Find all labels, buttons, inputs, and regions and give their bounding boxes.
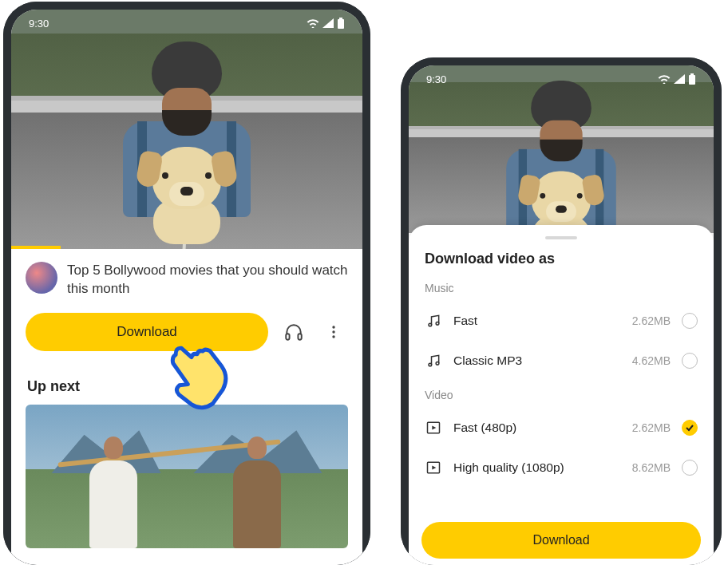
- svg-rect-0: [338, 19, 344, 29]
- svg-point-4: [332, 326, 334, 328]
- group-label-video: Video: [425, 389, 698, 401]
- radio-unchecked[interactable]: [682, 460, 698, 476]
- sheet-drag-handle[interactable]: [545, 236, 577, 239]
- signal-icon: [322, 18, 334, 28]
- status-icons: [307, 18, 345, 29]
- music-icon: [425, 352, 442, 369]
- video-meta-row: Top 5 Bollywood movies that you should w…: [11, 249, 362, 306]
- option-music-fast[interactable]: Fast 2.62MB: [425, 301, 698, 341]
- action-row: Download: [11, 306, 362, 354]
- svg-point-9: [429, 323, 432, 326]
- phone-download-sheet: 9:30 Download video as Music Fast 2.62MB: [401, 57, 722, 565]
- video-progress-bar[interactable]: [11, 246, 61, 249]
- music-icon: [425, 312, 442, 330]
- more-options-button[interactable]: [319, 318, 348, 346]
- svg-point-10: [436, 322, 439, 326]
- listen-button[interactable]: [279, 318, 308, 346]
- video-thumbnail: [11, 10, 362, 249]
- svg-rect-8: [690, 73, 694, 75]
- option-music-classic[interactable]: Classic MP3 4.62MB: [425, 341, 698, 381]
- svg-rect-1: [339, 18, 342, 19]
- status-bar: 9:30: [11, 10, 362, 37]
- radio-checked[interactable]: [682, 420, 698, 436]
- option-size: 2.62MB: [632, 314, 671, 327]
- battery-icon: [337, 18, 345, 29]
- radio-unchecked[interactable]: [682, 313, 698, 329]
- up-next-video[interactable]: [26, 405, 348, 548]
- svg-point-5: [332, 330, 334, 333]
- download-button[interactable]: Download: [26, 313, 268, 351]
- svg-point-11: [429, 363, 432, 366]
- video-title: Top 5 Bollywood movies that you should w…: [67, 262, 348, 298]
- svg-point-12: [436, 362, 439, 365]
- video-play-icon: [425, 459, 442, 476]
- channel-avatar[interactable]: [26, 262, 57, 294]
- status-time: 9:30: [29, 18, 49, 30]
- phone-download-screen: 9:30 Download video as Music Fast 2.62MB: [409, 65, 714, 565]
- status-icons: [658, 73, 696, 85]
- status-time: 9:30: [426, 73, 446, 85]
- option-video-hq[interactable]: High quality (1080p) 8.62MB: [425, 448, 698, 488]
- svg-rect-2: [286, 334, 289, 340]
- option-label: High quality (1080p): [453, 460, 621, 475]
- group-label-music: Music: [425, 282, 698, 294]
- option-size: 2.62MB: [632, 421, 671, 434]
- phone-main-screen: 9:30 Top 5 Bollywood movies that you sho…: [11, 10, 362, 565]
- option-video-fast[interactable]: Fast (480p) 2.62MB: [425, 408, 698, 448]
- more-vertical-icon: [326, 324, 342, 340]
- status-bar: 9:30: [409, 65, 714, 93]
- sheet-title: Download video as: [425, 251, 698, 267]
- headphones-icon: [283, 322, 304, 342]
- option-label: Fast: [453, 314, 621, 328]
- svg-rect-7: [689, 75, 695, 85]
- battery-icon: [688, 73, 696, 85]
- svg-point-6: [332, 335, 334, 338]
- radio-unchecked[interactable]: [682, 353, 698, 369]
- svg-rect-3: [298, 334, 301, 340]
- option-label: Classic MP3: [453, 354, 621, 368]
- wifi-icon: [307, 18, 319, 28]
- video-player[interactable]: 9:30: [11, 10, 362, 249]
- up-next-heading: Up next: [11, 354, 362, 405]
- video-player-bg: 9:30: [409, 65, 714, 233]
- option-size: 8.62MB: [632, 461, 671, 474]
- sheet-download-button[interactable]: Download: [421, 522, 701, 559]
- wifi-icon: [658, 74, 671, 84]
- signal-icon: [674, 74, 685, 84]
- phone-main: 9:30 Top 5 Bollywood movies that you sho…: [3, 2, 370, 565]
- download-sheet: Download video as Music Fast 2.62MB Clas…: [409, 225, 714, 565]
- option-label: Fast (480p): [453, 421, 621, 435]
- option-size: 4.62MB: [632, 354, 671, 367]
- video-play-icon: [425, 419, 442, 437]
